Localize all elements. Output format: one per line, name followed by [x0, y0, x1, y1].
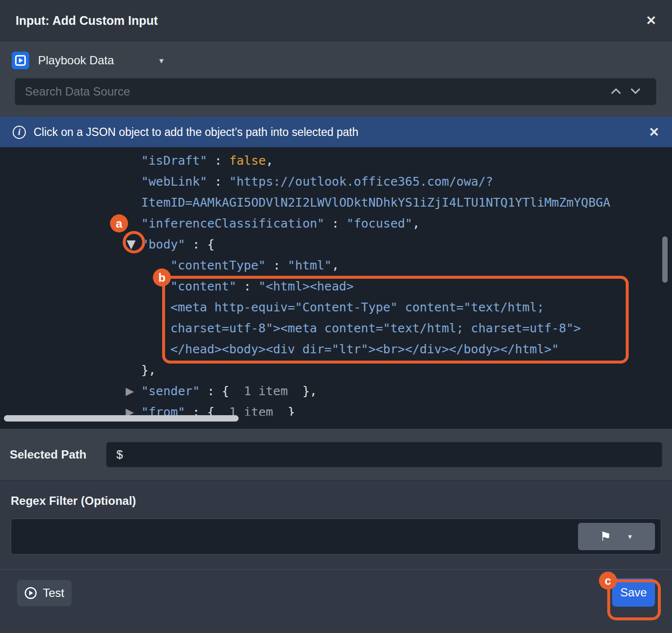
regex-filter-input[interactable]: [11, 518, 661, 555]
json-line-body: ▼"body" : {: [0, 234, 672, 255]
lower-section: Regex Filter (Optional) ⚑ ▼ Test Save: [0, 480, 672, 633]
json-key[interactable]: "contentType": [170, 258, 266, 272]
json-punctuation: },: [302, 384, 317, 398]
json-key[interactable]: "content": [170, 279, 236, 293]
chevron-down-icon: ▼: [627, 533, 633, 540]
regex-filter-label: Regex Filter (Optional): [11, 494, 136, 508]
json-string-value: charset=utf-8"><meta content="text/html;…: [170, 321, 581, 335]
json-punctuation: ,: [266, 153, 273, 168]
json-string-value: "focused": [346, 216, 412, 230]
save-button[interactable]: Save: [612, 578, 655, 607]
json-punctuation: ,: [332, 258, 339, 272]
json-line-content-4: </head><body><div dir="ltr"><br></div></…: [0, 339, 672, 360]
json-punctuation: :: [207, 174, 229, 189]
test-button-label: Test: [43, 586, 64, 600]
chevron-down-icon: ▼: [158, 57, 165, 65]
horizontal-scrollbar[interactable]: [4, 415, 239, 422]
json-punctuation: },: [141, 363, 156, 377]
json-string-value: "html": [288, 258, 332, 272]
info-banner-text: Click on a JSON object to add the object…: [34, 126, 649, 139]
json-punctuation: : {: [185, 237, 214, 251]
json-punctuation: :: [207, 153, 229, 168]
flag-icon: ⚑: [600, 529, 611, 544]
json-line-weblink: "webLink" : "https://outlook.office365.c…: [0, 171, 672, 192]
json-string-value: "https://outlook.office365.com/owa/?: [229, 174, 493, 189]
json-punctuation: :: [236, 279, 258, 293]
search-input[interactable]: [15, 78, 656, 105]
selected-path-label: Selected Path: [10, 448, 86, 461]
playbook-data-dropdown[interactable]: Playbook Data ▼: [12, 49, 165, 72]
selected-path-input[interactable]: [106, 442, 662, 467]
expand-caret-icon[interactable]: ▶: [126, 402, 134, 416]
json-punctuation: : {: [200, 384, 229, 398]
source-section: Playbook Data ▼: [0, 41, 672, 117]
regex-filter-wrap: ⚑ ▼: [11, 518, 661, 555]
json-punctuation: :: [324, 216, 346, 230]
test-button[interactable]: Test: [17, 580, 72, 606]
playbook-data-label: Playbook Data: [38, 54, 114, 67]
json-string-value: </head><body><div dir="ltr"><br></div></…: [170, 342, 559, 356]
json-key[interactable]: "isDraft": [141, 153, 207, 168]
close-icon[interactable]: ✕: [646, 13, 656, 28]
json-scroll-content: "isDraft" : false, "webLink" : "https://…: [0, 147, 672, 416]
json-punctuation: :: [266, 258, 288, 272]
json-bool-value: false: [229, 153, 266, 168]
json-line-contenttype: "contentType" : "html",: [0, 255, 672, 276]
expand-caret-icon[interactable]: ▶: [126, 381, 134, 402]
chevron-up-icon[interactable]: [611, 88, 621, 95]
footer-bar: Test Save: [0, 569, 672, 633]
info-banner: i Click on a JSON object to add the obje…: [0, 117, 672, 147]
json-line-content-1: "content" : "<html><head>: [0, 276, 672, 297]
search-wrap: [15, 78, 656, 105]
regex-flags-button[interactable]: ⚑ ▼: [578, 523, 655, 550]
banner-close-icon[interactable]: ✕: [649, 125, 659, 140]
playbook-data-icon: [12, 52, 29, 69]
json-key[interactable]: "body": [141, 237, 185, 251]
json-key[interactable]: "sender": [141, 384, 200, 398]
json-line-content-2: <meta http-equiv="Content-Type" content=…: [0, 297, 672, 318]
json-punctuation: ,: [412, 216, 420, 230]
json-line-weblink-wrap: ItemID=AAMkAGI5ODVlN2I2LWVlODktNDhkYS1iZ…: [0, 192, 672, 213]
json-string-value: "<html><head>: [259, 279, 354, 293]
json-item-count: 1 item: [229, 405, 273, 416]
json-line-content-3: charset=utf-8"><meta content="text/html;…: [0, 318, 672, 339]
json-line-sender: ▶"sender" : {1 item},: [0, 381, 672, 402]
json-string-value: <meta http-equiv="Content-Type" content=…: [170, 300, 544, 314]
vertical-scrollbar[interactable]: [662, 236, 668, 283]
json-key[interactable]: "inferenceClassification": [141, 216, 324, 230]
info-icon: i: [13, 126, 26, 139]
modal-header: Input: Add Custom Input ✕: [0, 0, 672, 41]
chevron-down-icon[interactable]: [630, 88, 641, 95]
json-punctuation: : {: [185, 405, 214, 416]
json-line-body-close: },: [0, 360, 672, 381]
play-icon: [24, 587, 37, 599]
modal-title: Input: Add Custom Input: [16, 14, 158, 28]
json-viewer: "isDraft" : false, "webLink" : "https://…: [0, 147, 672, 429]
json-line-isdraft: "isDraft" : false,: [0, 150, 672, 171]
json-string-value: ItemID=AAMkAGI5ODVlN2I2LWVlODktNDhkYS1iZ…: [141, 195, 610, 210]
json-item-count: 1 item: [244, 384, 288, 398]
json-key[interactable]: "webLink": [141, 174, 207, 189]
json-line-from: ▶"from" : {1 item}: [0, 402, 672, 416]
selected-path-row: Selected Path: [0, 429, 672, 480]
json-line-inference: "inferenceClassification" : "focused",: [0, 213, 672, 234]
json-key[interactable]: "from": [141, 405, 185, 416]
json-punctuation: }: [288, 405, 295, 416]
collapse-caret-icon[interactable]: ▼: [127, 234, 135, 255]
